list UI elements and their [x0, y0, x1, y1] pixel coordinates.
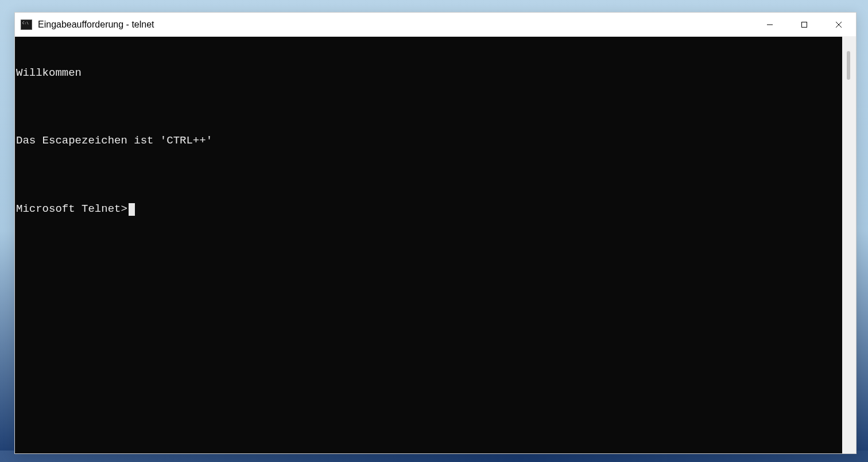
minimize-button[interactable] — [753, 13, 787, 36]
cursor-icon — [129, 203, 135, 216]
close-icon — [835, 21, 842, 28]
titlebar-left: Eingabeaufforderung - telnet — [21, 20, 154, 30]
titlebar[interactable]: Eingabeaufforderung - telnet — [15, 13, 856, 37]
command-prompt-window: Eingabeaufforderung - telnet — [14, 12, 857, 454]
terminal-line: Das Escapezeichen ist 'CTRL++' — [16, 134, 841, 148]
terminal-prompt-line: Microsoft Telnet> — [16, 203, 841, 216]
close-button[interactable] — [822, 13, 856, 36]
svg-rect-1 — [802, 22, 807, 27]
terminal-prompt: Microsoft Telnet> — [16, 203, 127, 216]
minimize-icon — [766, 21, 773, 28]
window-title: Eingabeaufforderung - telnet — [38, 20, 154, 30]
content-area: Willkommen Das Escapezeichen ist 'CTRL++… — [15, 37, 856, 453]
terminal-output[interactable]: Willkommen Das Escapezeichen ist 'CTRL++… — [15, 37, 842, 453]
scrollbar-thumb[interactable] — [847, 51, 850, 80]
cmd-icon — [21, 20, 32, 30]
maximize-button[interactable] — [787, 13, 822, 36]
maximize-icon — [801, 21, 808, 28]
scrollbar[interactable] — [842, 37, 856, 453]
window-controls — [753, 13, 856, 36]
terminal-line: Willkommen — [16, 67, 841, 80]
